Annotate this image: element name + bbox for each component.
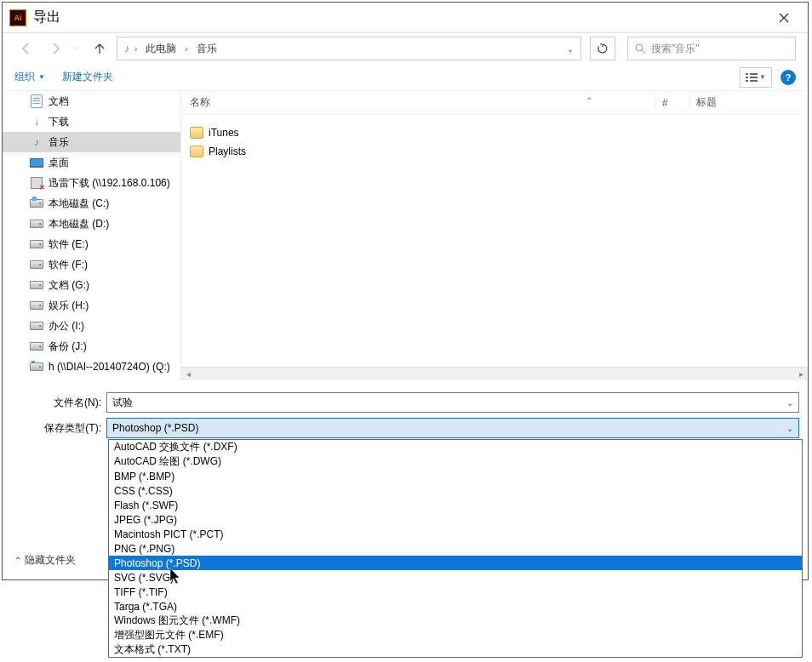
sidebar-item[interactable]: 文档 xyxy=(3,91,180,111)
sidebar-item[interactable]: 软件 (E:) xyxy=(3,234,180,254)
sidebar-item-label: 本地磁盘 (C:) xyxy=(49,197,109,211)
close-button[interactable] xyxy=(767,5,801,31)
sidebar-item-label: h (\\DIAI--20140724O) (Q:) xyxy=(49,361,170,373)
sidebar-item-label: 音乐 xyxy=(49,135,69,150)
help-button[interactable]: ? xyxy=(781,70,796,85)
sidebar-item[interactable]: 本地磁盘 (D:) xyxy=(3,214,180,234)
up-button[interactable] xyxy=(88,37,112,60)
view-mode-button[interactable]: ▼ xyxy=(740,67,772,88)
arrow-right-icon xyxy=(49,42,62,55)
filetype-option[interactable]: Windows 图元文件 (*.WMF) xyxy=(109,613,802,628)
sidebar-item-label: 备份 (J:) xyxy=(49,340,87,354)
sidebar-item[interactable]: 软件 (F:) xyxy=(3,254,180,275)
view-icon xyxy=(746,72,758,83)
folder-icon xyxy=(190,146,203,157)
chevron-up-icon: ⌃ xyxy=(14,556,21,565)
filetype-option[interactable]: CSS (*.CSS) xyxy=(109,483,802,498)
sidebar[interactable]: 文档↓下载♪音乐桌面迅雷下载 (\\192.168.0.106)本地磁盘 (C:… xyxy=(3,91,181,380)
file-name: Playlists xyxy=(209,146,246,157)
filetype-option[interactable]: TIFF (*.TIF) xyxy=(109,585,802,599)
new-folder-button[interactable]: 新建文件夹 xyxy=(62,70,113,84)
filename-input[interactable]: 试验 ⌄ xyxy=(106,392,799,413)
refresh-button[interactable] xyxy=(590,37,615,60)
filetype-option[interactable]: AutoCAD 绘图 (*.DWG) xyxy=(109,454,802,469)
filetype-option[interactable]: Photoshop (*.PSD) xyxy=(109,556,802,570)
organize-button[interactable]: 组织▼ xyxy=(14,70,45,84)
horizontal-scrollbar[interactable]: ◂▸ xyxy=(181,367,808,380)
sidebar-item[interactable]: 办公 (I:) xyxy=(3,316,180,336)
chevron-right-icon: › xyxy=(185,44,187,54)
search-icon xyxy=(635,43,646,54)
column-title[interactable]: 标题 xyxy=(689,95,808,110)
column-number[interactable]: # xyxy=(655,97,689,109)
sidebar-item-label: 文档 xyxy=(49,94,69,109)
navbar: ﹀ ♪ › 此电脑 › 音乐 ⌄ 搜索"音乐" xyxy=(3,33,808,64)
filetype-option[interactable]: Targa (*.TGA) xyxy=(109,599,802,613)
filetype-option[interactable]: BMP (*.BMP) xyxy=(109,469,802,483)
svg-rect-4 xyxy=(750,77,758,78)
arrow-left-icon xyxy=(20,42,33,55)
chevron-down-icon[interactable]: ⌄ xyxy=(567,44,574,54)
breadcrumb-root[interactable]: 此电脑 xyxy=(142,40,180,58)
filetype-option[interactable]: 增强型图元文件 (*.EMF) xyxy=(109,628,802,642)
chevron-down-icon: ▼ xyxy=(38,73,45,81)
chevron-down-icon[interactable]: ⌄ xyxy=(786,424,793,433)
column-headers[interactable]: 名称 # 标题 xyxy=(181,91,808,115)
filename-label: 文件名(N): xyxy=(11,396,106,410)
sidebar-item[interactable]: 迅雷下载 (\\192.168.0.106) xyxy=(3,173,180,193)
filetype-option[interactable]: AutoCAD 交换文件 (*.DXF) xyxy=(109,440,802,454)
sidebar-item[interactable]: 本地磁盘 (C:) xyxy=(3,193,180,214)
filetype-option[interactable]: 文本格式 (*.TXT) xyxy=(109,642,802,657)
file-list[interactable]: iTunesPlaylists xyxy=(181,115,808,161)
svg-rect-6 xyxy=(750,80,758,82)
list-item[interactable]: Playlists xyxy=(190,142,808,161)
sidebar-item[interactable]: 文档 (G:) xyxy=(3,275,180,295)
history-dropdown[interactable]: ﹀ xyxy=(72,43,83,54)
sort-indicator-icon: ⌃ xyxy=(586,96,592,106)
filetype-label: 保存类型(T): xyxy=(11,421,106,436)
chevron-down-icon[interactable]: ⌄ xyxy=(786,398,793,408)
svg-rect-1 xyxy=(746,73,748,75)
sidebar-item-label: 软件 (F:) xyxy=(49,258,88,272)
sidebar-item[interactable]: h (\\DIAI--20140724O) (Q:) xyxy=(3,357,180,377)
filetype-option[interactable]: Macintosh PICT (*.PCT) xyxy=(109,527,802,541)
sidebar-item[interactable]: 娱乐 (H:) xyxy=(3,295,180,316)
svg-rect-5 xyxy=(746,80,748,82)
filetype-option[interactable]: Flash (*.SWF) xyxy=(109,498,802,512)
sidebar-item-label: 软件 (E:) xyxy=(49,237,89,252)
svg-point-0 xyxy=(636,44,643,51)
sidebar-item-label: 迅雷下载 (\\192.168.0.106) xyxy=(49,176,170,191)
sidebar-item[interactable]: 桌面 xyxy=(3,152,180,173)
sidebar-item[interactable]: ↓下载 xyxy=(3,111,180,132)
filetype-option[interactable]: SVG (*.SVG) xyxy=(109,570,802,585)
filetype-option[interactable]: PNG (*.PNG) xyxy=(109,541,802,556)
close-icon xyxy=(779,13,789,23)
back-button[interactable] xyxy=(14,37,38,60)
filetype-select[interactable]: Photoshop (*.PSD) ⌄ xyxy=(106,418,799,438)
svg-rect-3 xyxy=(746,77,748,78)
sidebar-item-label: 桌面 xyxy=(49,156,69,170)
filetype-dropdown[interactable]: AutoCAD 交换文件 (*.DXF)AutoCAD 绘图 (*.DWG)BM… xyxy=(108,439,803,658)
search-placeholder: 搜索"音乐" xyxy=(651,42,700,56)
sidebar-item[interactable]: 备份 (J:) xyxy=(3,336,180,357)
sidebar-item-label: 娱乐 (H:) xyxy=(49,299,89,313)
toolbar: 组织▼ 新建文件夹 ▼ ? xyxy=(3,64,808,91)
sidebar-item-label: 办公 (I:) xyxy=(49,319,84,334)
chevron-right-icon: › xyxy=(134,44,137,54)
folder-icon xyxy=(190,127,203,139)
chevron-down-icon: ▼ xyxy=(759,73,766,81)
list-item[interactable]: iTunes xyxy=(190,123,808,142)
svg-rect-2 xyxy=(750,73,758,75)
titlebar: Ai 导出 xyxy=(3,3,808,33)
content-pane: 名称 # 标题 ⌃ iTunesPlaylists ◂▸ xyxy=(181,91,808,380)
forward-button[interactable] xyxy=(43,37,67,60)
search-input[interactable]: 搜索"音乐" xyxy=(627,37,796,60)
arrow-up-icon xyxy=(93,42,106,55)
app-icon: Ai xyxy=(9,9,26,26)
filetype-option[interactable]: JPEG (*.JPG) xyxy=(109,512,802,527)
breadcrumb-current[interactable]: 音乐 xyxy=(193,40,220,58)
sidebar-item[interactable]: ♪音乐 xyxy=(3,132,180,152)
path-box[interactable]: ♪ › 此电脑 › 音乐 ⌄ xyxy=(117,37,581,60)
refresh-icon xyxy=(597,43,609,54)
hide-folders-toggle[interactable]: ⌃ 隐藏文件夹 xyxy=(14,553,76,568)
